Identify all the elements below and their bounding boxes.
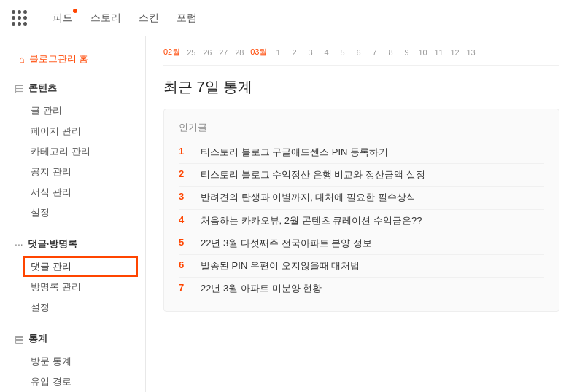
- comment-icon: ···: [15, 238, 23, 250]
- sidebar-section-header-comments: ··· 댓글·방명록: [0, 235, 145, 254]
- sidebar-item-settings[interactable]: 설정: [0, 203, 145, 223]
- popular-item-6: 6 발송된 PIN 우편이 오지않을때 대처법: [179, 255, 544, 278]
- cal-date-13: 13: [463, 48, 479, 57]
- popular-label: 인기글: [179, 121, 544, 134]
- cal-date-28: 28: [231, 48, 247, 57]
- sidebar-item-guestbook-manage[interactable]: 방명록 관리: [0, 277, 145, 297]
- popular-item-3: 3 반려견의 탄생과 이별까지, 대처에 필요한 필수상식: [179, 187, 544, 209]
- popular-text-5: 22년 3월 다섯째주 전국아파트 분양 정보: [201, 237, 372, 250]
- popular-rank-6: 6: [179, 259, 193, 270]
- popular-rank-1: 1: [179, 146, 193, 157]
- cal-date-11: 11: [431, 48, 447, 57]
- popular-text-3: 반려견의 탄생과 이별까지, 대처에 필요한 필수상식: [201, 191, 416, 204]
- cal-date-7: 7: [367, 48, 383, 57]
- cal-date-5: 5: [335, 48, 351, 57]
- nav-badge: [73, 9, 77, 13]
- sidebar-item-category-manage[interactable]: 카테고리 관리: [0, 141, 145, 162]
- cal-month-feb: 02월: [163, 47, 180, 58]
- popular-item-7: 7 22년 3월 아파트 미분양 현황: [179, 278, 544, 299]
- popular-text-2: 티스토리 블로그 수익정산 은행 비교와 정산금액 설정: [201, 168, 425, 181]
- popular-rank-5: 5: [179, 237, 193, 248]
- popular-text-6: 발송된 PIN 우편이 오지않을때 대처법: [201, 259, 360, 273]
- popular-rank-2: 2: [179, 168, 193, 179]
- content-icon: ▤: [15, 82, 24, 94]
- stats-title: 최근 7일 통계: [163, 77, 559, 97]
- sidebar-item-template-manage[interactable]: 서식 관리: [0, 182, 145, 203]
- top-nav: 피드 스토리 스킨 포럼: [0, 0, 577, 36]
- sidebar-home[interactable]: ⌂ 블로그관리 홈: [0, 48, 145, 70]
- nav-links: 피드 스토리 스킨 포럼: [53, 12, 197, 25]
- popular-item-5: 5 22년 3월 다섯째주 전국아파트 분양 정보: [179, 232, 544, 255]
- home-icon: ⌂: [19, 54, 25, 65]
- popular-text-1: 티스토리 블로그 구글애드센스 PIN 등록하기: [201, 146, 388, 159]
- popular-item-1: 1 티스토리 블로그 구글애드센스 PIN 등록하기: [179, 141, 544, 164]
- cal-dates-mar: 1 2 3 4 5 6 7 8 9 10 11 12 13: [271, 48, 479, 57]
- cal-date-1: 1: [271, 48, 287, 57]
- sidebar-item-comment-settings[interactable]: 설정: [0, 297, 145, 318]
- cal-date-9: 9: [399, 48, 415, 57]
- cal-date-25: 25: [183, 48, 199, 57]
- sidebar-section-content: ▤ 콘텐츠 글 관리 페이지 관리 카테고리 관리 공지 관리 서식 관리 설정: [0, 79, 145, 223]
- sidebar-item-post-manage[interactable]: 글 관리: [0, 101, 145, 121]
- cal-section-mar: 03월 1 2 3 4 5 6 7 8 9 10 11 12 13: [250, 47, 479, 58]
- popular-rank-4: 4: [179, 214, 193, 225]
- popular-text-7: 22년 3월 아파트 미분양 현황: [201, 282, 322, 295]
- cal-dates-feb: 25 26 27 28: [183, 48, 247, 57]
- stats-section-title: 통계: [28, 332, 47, 345]
- sidebar-section-stats: ▤ 통계 방문 통계 유입 경로: [0, 329, 145, 392]
- calendar-strip: 02월 25 26 27 28 03월 1 2 3 4 5 6 7: [163, 36, 559, 66]
- sidebar-item-visit-stats[interactable]: 방문 통계: [0, 351, 145, 372]
- sidebar-home-label: 블로그관리 홈: [29, 52, 89, 66]
- content-section-title: 콘텐츠: [28, 82, 57, 95]
- sidebar-item-notice-manage[interactable]: 공지 관리: [0, 162, 145, 182]
- cal-section-feb: 02월 25 26 27 28: [163, 47, 247, 58]
- logo: [12, 10, 31, 26]
- sidebar-item-page-manage[interactable]: 페이지 관리: [0, 121, 145, 141]
- cal-date-27: 27: [215, 48, 231, 57]
- popular-rank-3: 3: [179, 191, 193, 202]
- popular-text-4: 처음하는 카카오뷰, 2월 콘텐츠 큐레이션 수익금은??: [201, 214, 422, 227]
- sidebar-section-header-content: ▤ 콘텐츠: [0, 79, 145, 98]
- content-area: 02월 25 26 27 28 03월 1 2 3 4 5 6 7: [146, 36, 577, 392]
- sidebar-item-comment-manage[interactable]: 댓글 관리: [23, 256, 138, 277]
- popular-list: 1 티스토리 블로그 구글애드센스 PIN 등록하기 2 티스토리 블로그 수익…: [179, 141, 544, 299]
- popular-rank-7: 7: [179, 282, 193, 293]
- main-layout: ⌂ 블로그관리 홈 ▤ 콘텐츠 글 관리 페이지 관리 카테고리 관리 공지 관…: [0, 36, 577, 392]
- sidebar-section-comments: ··· 댓글·방명록 댓글 관리 방명록 관리 설정: [0, 235, 145, 318]
- popular-section: 인기글 1 티스토리 블로그 구글애드센스 PIN 등록하기 2 티스토리 블로…: [163, 109, 559, 312]
- cal-date-12: 12: [447, 48, 463, 57]
- popular-item-2: 2 티스토리 블로그 수익정산 은행 비교와 정산금액 설정: [179, 164, 544, 187]
- sidebar: ⌂ 블로그관리 홈 ▤ 콘텐츠 글 관리 페이지 관리 카테고리 관리 공지 관…: [0, 36, 146, 392]
- cal-date-26: 26: [199, 48, 215, 57]
- popular-item-4: 4 처음하는 카카오뷰, 2월 콘텐츠 큐레이션 수익금은??: [179, 210, 544, 232]
- cal-month-mar: 03월: [250, 47, 267, 58]
- comment-section-title: 댓글·방명록: [28, 238, 78, 251]
- cal-date-8: 8: [383, 48, 399, 57]
- nav-feed[interactable]: 피드: [53, 12, 73, 25]
- sidebar-section-header-stats: ▤ 통계: [0, 329, 145, 348]
- cal-date-4: 4: [319, 48, 335, 57]
- stats-icon: ▤: [15, 333, 24, 345]
- nav-skin[interactable]: 스킨: [139, 12, 159, 25]
- nav-story[interactable]: 스토리: [90, 12, 121, 25]
- cal-date-6: 6: [351, 48, 367, 57]
- cal-date-3: 3: [303, 48, 319, 57]
- dots-icon: [12, 10, 28, 26]
- sidebar-item-inflow-path[interactable]: 유입 경로: [0, 372, 145, 392]
- nav-forum[interactable]: 포럼: [177, 12, 197, 25]
- cal-date-10: 10: [415, 48, 431, 57]
- cal-date-2: 2: [287, 48, 303, 57]
